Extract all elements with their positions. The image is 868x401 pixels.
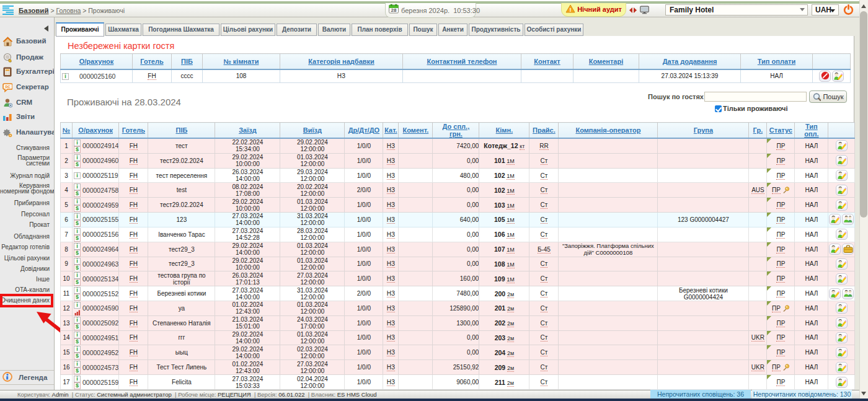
svg-text:!: !	[570, 7, 572, 13]
